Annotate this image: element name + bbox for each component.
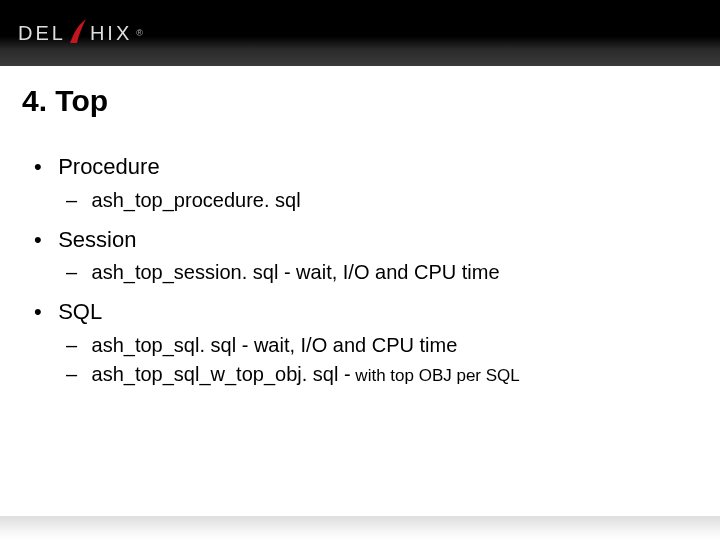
sub-list-text: ash_top_session. sql - wait, I/O and CPU…	[92, 261, 500, 283]
sub-list-text: ash_top_sql. sql - wait, I/O and CPU tim…	[92, 334, 458, 356]
list-item: Procedure ash_top_procedure. sql	[36, 152, 698, 215]
sub-list-item: ash_top_sql. sql - wait, I/O and CPU tim…	[66, 331, 698, 360]
slide-content: 4. Top Procedure ash_top_procedure. sql …	[0, 66, 720, 516]
footer-bar	[0, 516, 720, 540]
registered-mark: ®	[136, 28, 143, 38]
slide-title: 4. Top	[22, 84, 698, 118]
swoosh-icon	[64, 17, 92, 45]
sub-list-text: ash_top_sql_w_top_obj. sql -	[92, 363, 351, 385]
list-item-label: Session	[58, 227, 136, 252]
list-item-label: SQL	[58, 299, 102, 324]
sub-list: ash_top_sql. sql - wait, I/O and CPU tim…	[36, 331, 698, 389]
list-item: Session ash_top_session. sql - wait, I/O…	[36, 225, 698, 288]
sub-list-item: ash_top_sql_w_top_obj. sql - with top OB…	[66, 360, 698, 389]
sub-list-item: ash_top_procedure. sql	[66, 186, 698, 215]
brand-name-right: HIX	[90, 22, 132, 45]
sub-list: ash_top_session. sql - wait, I/O and CPU…	[36, 258, 698, 287]
slide: DEL HIX ® 4. Top Procedure ash_top_proce…	[0, 0, 720, 540]
brand-logo: DEL HIX ®	[18, 19, 143, 47]
sub-list-text: ash_top_procedure. sql	[92, 189, 301, 211]
brand-name-left: DEL	[18, 22, 66, 45]
sub-list: ash_top_procedure. sql	[36, 186, 698, 215]
sub-list-note: with top OBJ per SQL	[351, 366, 520, 385]
list-item-label: Procedure	[58, 154, 160, 179]
sub-list-item: ash_top_session. sql - wait, I/O and CPU…	[66, 258, 698, 287]
bullet-list: Procedure ash_top_procedure. sql Session…	[22, 152, 698, 389]
list-item: SQL ash_top_sql. sql - wait, I/O and CPU…	[36, 297, 698, 389]
header-bar: DEL HIX ®	[0, 0, 720, 66]
